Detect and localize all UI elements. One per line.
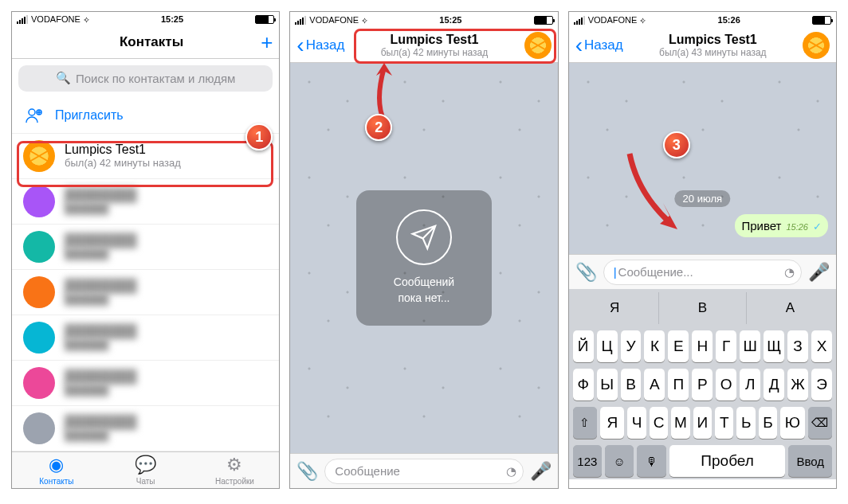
clock: 15:25: [367, 15, 534, 25]
message-input[interactable]: Сообщение◔: [324, 459, 523, 484]
tab-settings[interactable]: ⚙Настройки: [190, 452, 280, 488]
key-letter[interactable]: А: [644, 369, 665, 400]
sticker-icon[interactable]: ◔: [506, 464, 516, 479]
avatar-icon: [23, 231, 55, 263]
wifi-icon: ⟡: [640, 15, 646, 25]
key-letter[interactable]: Н: [692, 330, 713, 362]
kbd-row-4: 123 ☺ 🎙 Пробел Ввод: [571, 445, 834, 477]
contact-row-blurred[interactable]: ██████████████: [12, 406, 279, 451]
key-letter[interactable]: М: [671, 407, 689, 439]
key-letter[interactable]: Х: [811, 330, 832, 362]
enter-key[interactable]: Ввод: [788, 445, 832, 477]
carrier: VODAFONE: [588, 15, 638, 25]
contact-row-blurred[interactable]: ██████████████: [12, 225, 279, 270]
status-bar: VODAFONE⟡ 15:25: [290, 12, 557, 28]
contact-row-blurred[interactable]: ██████████████: [12, 270, 279, 315]
avatar-icon: [23, 186, 55, 217]
key-letter[interactable]: К: [644, 330, 665, 362]
input-placeholder: Сообщение: [335, 464, 400, 478]
key-letter[interactable]: Ж: [787, 369, 808, 400]
message-input-bar: 📎 |Сообщение...◔ 🎤: [569, 254, 836, 289]
key-letter[interactable]: У: [621, 330, 642, 362]
attach-icon[interactable]: 📎: [575, 262, 597, 283]
contact-row-blurred[interactable]: ██████████████: [12, 179, 279, 225]
key-letter[interactable]: П: [668, 369, 689, 400]
key-letter[interactable]: Ы: [597, 369, 618, 400]
contact-row-blurred[interactable]: ██████████████: [12, 361, 279, 406]
space-key[interactable]: Пробел: [669, 445, 786, 477]
key-letter[interactable]: Ь: [736, 407, 755, 439]
search-input[interactable]: 🔍 Поиск по контактам и людям: [18, 65, 273, 92]
message-input[interactable]: |Сообщение...◔: [603, 260, 802, 285]
key-letter[interactable]: Е: [668, 330, 689, 362]
key-letter[interactable]: Т: [715, 407, 733, 439]
invite-button[interactable]: Пригласить: [12, 98, 279, 134]
nav-header: Назад Lumpics Test1 был(а) 43 минуты наз…: [569, 28, 836, 63]
signal-icon: [295, 16, 306, 25]
suggestion[interactable]: А: [747, 292, 834, 324]
key-letter[interactable]: Ц: [597, 330, 618, 362]
key-letter[interactable]: Я: [600, 407, 624, 439]
chat-title-block[interactable]: Lumpics Test1 был(а) 43 минуты назад: [623, 33, 803, 58]
tab-bar: ◉Контакты 💬Чаты ⚙Настройки: [12, 451, 279, 488]
dictation-key[interactable]: 🎙: [637, 445, 665, 477]
clock: 15:26: [646, 15, 812, 25]
avatar-icon: [23, 367, 55, 399]
key-letter[interactable]: Ю: [780, 407, 804, 439]
contact-row-blurred[interactable]: ██████████████: [12, 315, 279, 361]
tab-label: Настройки: [215, 477, 254, 486]
mic-icon[interactable]: 🎤: [808, 262, 830, 283]
screen-contacts: VODAFONE⟡ 15:25 Контакты + 🔍 Поиск по ко…: [11, 11, 280, 489]
contact-status: был(а) 42 минуты назад: [65, 157, 181, 169]
chat-area: Сообщенийпока нет...: [290, 63, 557, 453]
key-letter[interactable]: Э: [811, 369, 832, 400]
key-letter[interactable]: Д: [764, 369, 784, 400]
emoji-key[interactable]: ☺: [605, 445, 634, 477]
key-letter[interactable]: Ф: [573, 369, 594, 400]
chat-avatar[interactable]: [803, 32, 830, 59]
suggestion[interactable]: В: [659, 292, 747, 324]
contact-name: Lumpics Test1: [65, 143, 181, 157]
key-letter[interactable]: С: [650, 407, 668, 439]
tab-contacts[interactable]: ◉Контакты: [12, 452, 101, 488]
outgoing-message[interactable]: Привет 15:26 ✓: [735, 214, 828, 237]
back-button[interactable]: Назад: [296, 34, 344, 57]
key-letter[interactable]: Й: [573, 330, 594, 362]
chat-avatar[interactable]: [524, 32, 552, 59]
key-letter[interactable]: И: [693, 407, 712, 439]
signal-icon: [17, 15, 28, 24]
avatar-icon: [23, 322, 55, 354]
numbers-key[interactable]: 123: [573, 445, 602, 477]
key-letter[interactable]: Р: [692, 369, 713, 400]
key-letter[interactable]: О: [716, 369, 736, 400]
contact-row-main[interactable]: Lumpics Test1 был(а) 42 минуты назад: [12, 134, 279, 179]
mic-icon[interactable]: 🎤: [530, 461, 552, 482]
key-letter[interactable]: Г: [716, 330, 736, 362]
key-letter[interactable]: Б: [759, 407, 777, 439]
attach-icon[interactable]: 📎: [296, 461, 318, 482]
key-letter[interactable]: Ч: [627, 407, 646, 439]
message-input-bar: 📎 Сообщение◔ 🎤: [290, 453, 557, 488]
input-placeholder: Сообщение...: [618, 265, 693, 279]
gear-icon: ⚙: [226, 455, 242, 475]
chat-title-block[interactable]: Lumpics Test1 был(а) 42 минуты назад: [344, 33, 524, 58]
key-letter[interactable]: Л: [740, 369, 760, 400]
suggestion[interactable]: Я: [571, 292, 659, 324]
battery-icon: [255, 15, 274, 24]
battery-icon: [534, 16, 553, 25]
battery-icon: [812, 16, 831, 25]
shift-key[interactable]: ⇧: [573, 407, 597, 439]
keyboard: Я В А ЙЦУКЕНГШЩЗХ ФЫВАПРОЛДЖЭ ⇧ ЯЧСМИТЬБ…: [569, 289, 836, 479]
tab-chats[interactable]: 💬Чаты: [101, 452, 190, 488]
keyboard-suggestions: Я В А: [571, 292, 834, 324]
backspace-key[interactable]: ⌫: [808, 407, 832, 439]
key-letter[interactable]: Ш: [740, 330, 760, 362]
avatar-icon: [23, 412, 55, 444]
key-letter[interactable]: З: [787, 330, 808, 362]
sticker-icon[interactable]: ◔: [784, 265, 795, 279]
key-letter[interactable]: В: [621, 369, 642, 400]
back-label: Назад: [584, 37, 623, 53]
key-letter[interactable]: Щ: [764, 330, 784, 362]
add-contact-button[interactable]: +: [261, 30, 273, 55]
back-button[interactable]: Назад: [575, 34, 623, 57]
